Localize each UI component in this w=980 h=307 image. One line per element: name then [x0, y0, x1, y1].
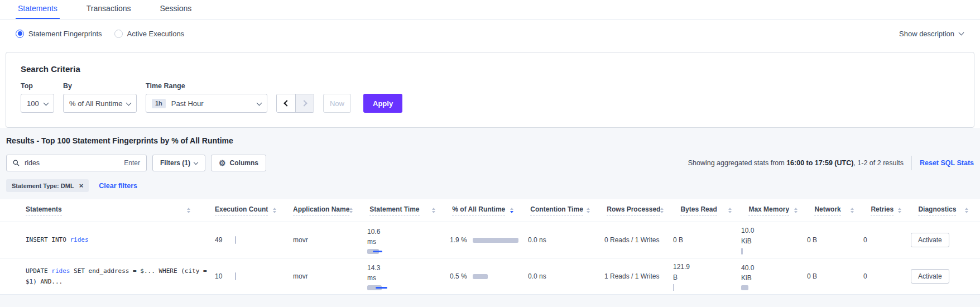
contention-time-cell: 0.0 ns — [528, 236, 604, 244]
retries-cell: 0 — [863, 236, 911, 244]
close-icon[interactable]: × — [79, 182, 84, 189]
rows-processed-cell: 1 Reads / 1 Writes — [604, 272, 673, 280]
retries-cell: 0 — [863, 272, 911, 280]
statements-table: Statements Execution Count Application N… — [0, 199, 980, 295]
application-name-cell: movr — [293, 236, 367, 244]
filters-button[interactable]: Filters (1) — [152, 155, 205, 171]
time-range-badge: 1h — [152, 99, 166, 108]
table-header-row: Statements Execution Count Application N… — [0, 199, 980, 222]
column-header-rows-processed: Rows Processed — [607, 205, 680, 215]
column-header-max-memory: Max Memory — [748, 205, 814, 215]
execution-count-cell: 10 — [215, 272, 293, 280]
chevron-down-icon — [959, 30, 964, 35]
show-description-toggle[interactable]: Show description — [899, 30, 963, 38]
results-section: Results - Top 100 Statement Fingerprints… — [0, 128, 980, 307]
time-nav-group — [276, 94, 314, 113]
search-enter-button[interactable]: Enter — [124, 159, 140, 167]
radio-selected-icon — [16, 30, 24, 38]
tab-statements[interactable]: Statements — [16, 0, 60, 19]
statement-time-bar — [367, 249, 401, 254]
time-prev-button[interactable] — [277, 94, 295, 112]
statement-time-cell: 14.3 ms — [367, 263, 450, 290]
statement-cell: UPDATE rides SET end_address = $... WHER… — [0, 266, 215, 287]
by-select[interactable]: % of All Runtime — [63, 94, 137, 113]
sort-icon[interactable] — [187, 208, 190, 214]
time-range-select[interactable]: 1h Past Hour — [146, 94, 267, 113]
clear-filters-link[interactable]: Clear filters — [99, 182, 137, 190]
execution-count-cell: 49 — [215, 236, 293, 244]
now-button[interactable]: Now — [323, 94, 351, 113]
by-label: By — [63, 82, 137, 90]
diagnostics-cell: Activate — [911, 269, 978, 284]
top-select[interactable]: 100 — [21, 94, 54, 113]
filter-chip-statement-type[interactable]: Statement Type: DML × — [6, 179, 89, 192]
activate-diagnostics-button[interactable]: Activate — [911, 269, 949, 284]
network-cell: 0 B — [807, 236, 863, 244]
search-icon — [13, 160, 20, 166]
vertical-divider — [911, 156, 912, 170]
max-memory-cell: 40.0 KiB — [741, 263, 807, 290]
time-next-button[interactable] — [295, 94, 314, 112]
statement-cell: INSERT INTO rides — [0, 234, 215, 245]
sort-icon[interactable] — [273, 208, 276, 214]
radio-statement-fingerprints[interactable]: Statement Fingerprints — [16, 30, 102, 38]
contention-time-cell: 0.0 ns — [528, 272, 604, 280]
chevron-right-icon — [301, 100, 307, 106]
chevron-down-icon — [44, 100, 49, 105]
time-range-value: Past Hour — [171, 99, 204, 108]
columns-button[interactable]: ⚙ Columns — [211, 155, 266, 171]
sort-icon[interactable] — [660, 208, 664, 214]
runtime-pct-cell: 0.5 % — [450, 272, 528, 280]
chevron-down-icon — [194, 160, 198, 164]
runtime-pct-cell: 1.9 % — [450, 236, 528, 244]
time-range-label: Time Range — [146, 82, 267, 90]
statement-fingerprint-link[interactable]: UPDATE rides SET end_address = $... WHER… — [26, 266, 212, 287]
search-input[interactable]: rides Enter — [6, 155, 147, 171]
bytes-read-cell: 121.9 B — [673, 262, 741, 291]
columns-button-label: Columns — [230, 159, 258, 167]
sort-icon[interactable] — [587, 208, 590, 214]
statement-time-bar — [367, 285, 401, 290]
results-controls-row: rides Enter Filters (1) ⚙ Columns Showin… — [6, 155, 974, 171]
statement-fingerprint-link[interactable]: INSERT INTO rides — [26, 234, 212, 245]
statement-time-cell: 10.6 ms — [367, 227, 450, 254]
top-select-value: 100 — [27, 99, 39, 108]
sort-icon[interactable] — [728, 208, 732, 214]
activate-diagnostics-button[interactable]: Activate — [911, 233, 949, 247]
sort-icon[interactable] — [851, 208, 854, 214]
apply-button[interactable]: Apply — [363, 94, 402, 113]
application-name-cell: movr — [293, 272, 367, 280]
search-input-value: rides — [25, 159, 40, 167]
sort-icon[interactable] — [794, 208, 798, 214]
sort-icon[interactable] — [432, 208, 435, 214]
runtime-pct-bar — [473, 274, 488, 279]
reset-sql-stats-link[interactable]: Reset SQL Stats — [920, 159, 974, 167]
bytes-read-cell: 0 B — [673, 235, 741, 246]
radio-unselected-icon — [114, 30, 123, 38]
column-header-contention-time: Contention Time — [530, 205, 607, 215]
column-header-pct-of-all-runtime: % of All Runtime — [452, 205, 530, 215]
sort-icon[interactable] — [965, 208, 968, 214]
tab-sessions[interactable]: Sessions — [157, 0, 194, 19]
chevron-left-icon — [284, 100, 290, 106]
sort-icon-active-desc[interactable] — [510, 208, 513, 214]
tab-transactions[interactable]: Transactions — [84, 0, 133, 19]
chevron-down-icon — [257, 100, 262, 105]
column-header-network: Network — [814, 205, 871, 215]
max-memory-bar — [741, 248, 743, 255]
aggregated-stats-text: Showing aggregated stats from 16:00 to 1… — [688, 159, 904, 167]
filter-chip-label: Statement Type: DML — [12, 183, 74, 189]
radio-active-executions[interactable]: Active Executions — [114, 30, 185, 38]
top-label: Top — [21, 82, 54, 90]
time-range-field: Time Range 1h Past Hour — [146, 82, 267, 113]
results-heading: Results - Top 100 Statement Fingerprints… — [6, 136, 980, 145]
top-field: Top 100 — [21, 82, 54, 113]
active-filters-row: Statement Type: DML × Clear filters — [6, 179, 974, 192]
sort-icon[interactable] — [898, 208, 901, 214]
network-cell: 0 B — [807, 272, 863, 280]
sort-icon[interactable] — [349, 208, 353, 214]
column-header-execution-count: Execution Count — [215, 205, 293, 215]
search-criteria-title: Search Criteria — [21, 64, 959, 74]
gear-icon: ⚙ — [219, 159, 226, 167]
column-header-statements: Statements — [0, 205, 215, 215]
